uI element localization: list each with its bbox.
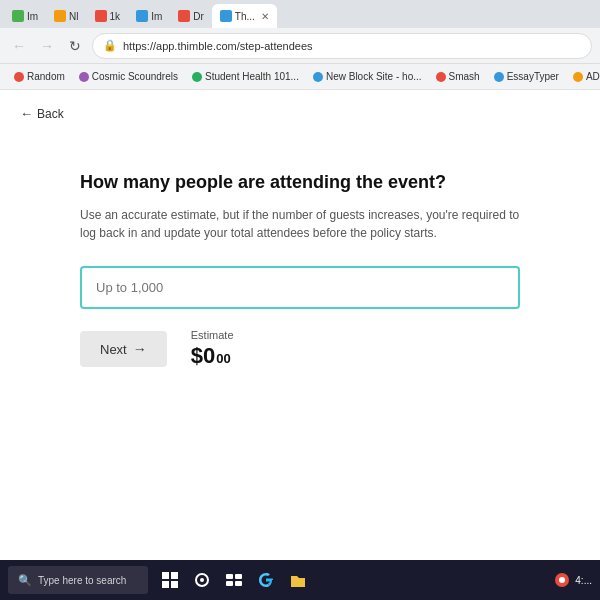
- svg-rect-6: [226, 574, 233, 579]
- bookmark-student-label: Student Health 101...: [205, 71, 299, 82]
- tab-dr[interactable]: Dr: [170, 4, 212, 28]
- next-button-label: Next: [100, 342, 127, 357]
- attendees-input[interactable]: [80, 266, 520, 309]
- bookmark-random[interactable]: Random: [8, 69, 71, 84]
- bookmark-random-label: Random: [27, 71, 65, 82]
- tab-nl[interactable]: Nl: [46, 4, 86, 28]
- svg-point-5: [200, 578, 204, 582]
- question-description: Use an accurate estimate, but if the num…: [80, 206, 520, 242]
- estimate-label: Estimate: [191, 329, 234, 341]
- estimate-section: Estimate $000: [191, 329, 234, 369]
- tab-im2[interactable]: Im: [128, 4, 170, 28]
- question-title: How many people are attending the event?: [80, 171, 520, 194]
- svg-rect-9: [235, 581, 242, 586]
- address-bar[interactable]: 🔒 https://app.thimble.com/step-attendees: [92, 33, 592, 59]
- svg-rect-8: [226, 581, 233, 586]
- bookmark-essaytyper-label: EssayTyper: [507, 71, 559, 82]
- tab-1k[interactable]: 1k: [87, 4, 129, 28]
- back-link[interactable]: ← Back: [20, 106, 64, 121]
- taskbar-right: 4:...: [555, 573, 592, 587]
- back-arrow-icon: ←: [20, 106, 33, 121]
- taskbar-icons: [156, 566, 312, 594]
- svg-rect-1: [171, 572, 178, 579]
- svg-rect-2: [162, 581, 169, 588]
- taskbar-edge-icon[interactable]: [252, 566, 280, 594]
- bookmark-student[interactable]: Student Health 101...: [186, 69, 305, 84]
- next-arrow-icon: →: [133, 341, 147, 357]
- bookmark-cosmic[interactable]: Cosmic Scoundrels: [73, 69, 184, 84]
- taskbar-cortana-icon[interactable]: [188, 566, 216, 594]
- bookmark-smash-label: Smash: [449, 71, 480, 82]
- browser-tabs: Im Nl 1k Im Dr Th... ✕: [0, 0, 600, 28]
- forward-nav-button[interactable]: →: [36, 35, 58, 57]
- bookmarks-bar: Random Cosmic Scoundrels Student Health …: [0, 64, 600, 90]
- bookmark-adev[interactable]: ADEV Transfer Info: [567, 69, 600, 84]
- next-button[interactable]: Next →: [80, 331, 167, 367]
- taskbar-search[interactable]: 🔍 Type here to search: [8, 566, 148, 594]
- tab-im1[interactable]: Im: [4, 4, 46, 28]
- taskbar-explorer-icon[interactable]: [284, 566, 312, 594]
- search-icon: 🔍: [18, 574, 32, 587]
- taskbar-search-text: Type here to search: [38, 575, 126, 586]
- estimate-value: $000: [191, 343, 234, 369]
- taskbar-time: 4:...: [575, 575, 592, 586]
- back-link-label: Back: [37, 107, 64, 121]
- form-section: How many people are attending the event?…: [80, 151, 520, 389]
- bookmark-smash[interactable]: Smash: [430, 69, 486, 84]
- bookmark-newblock[interactable]: New Block Site - ho...: [307, 69, 428, 84]
- taskbar: 🔍 Type here to search: [0, 560, 600, 600]
- estimate-cents: 00: [216, 351, 230, 366]
- svg-rect-7: [235, 574, 242, 579]
- refresh-nav-button[interactable]: ↻: [64, 35, 86, 57]
- bookmark-cosmic-label: Cosmic Scoundrels: [92, 71, 178, 82]
- estimate-dollars: $0: [191, 343, 215, 369]
- bookmark-essaytyper[interactable]: EssayTyper: [488, 69, 565, 84]
- notification-dot: [559, 577, 565, 583]
- browser-toolbar: ← → ↻ 🔒 https://app.thimble.com/step-att…: [0, 28, 600, 64]
- bookmark-newblock-label: New Block Site - ho...: [326, 71, 422, 82]
- bottom-row: Next → Estimate $000: [80, 329, 520, 369]
- back-nav-button[interactable]: ←: [8, 35, 30, 57]
- taskbar-windows-icon[interactable]: [156, 566, 184, 594]
- tab-th-active[interactable]: Th... ✕: [212, 4, 277, 28]
- lock-icon: 🔒: [103, 39, 117, 52]
- page-content: ← Back How many people are attending the…: [0, 90, 600, 560]
- notification-badge[interactable]: [555, 573, 569, 587]
- taskbar-taskview-icon[interactable]: [220, 566, 248, 594]
- svg-rect-0: [162, 572, 169, 579]
- address-bar-url: https://app.thimble.com/step-attendees: [123, 40, 313, 52]
- bookmark-adev-label: ADEV Transfer Info: [586, 71, 600, 82]
- svg-rect-3: [171, 581, 178, 588]
